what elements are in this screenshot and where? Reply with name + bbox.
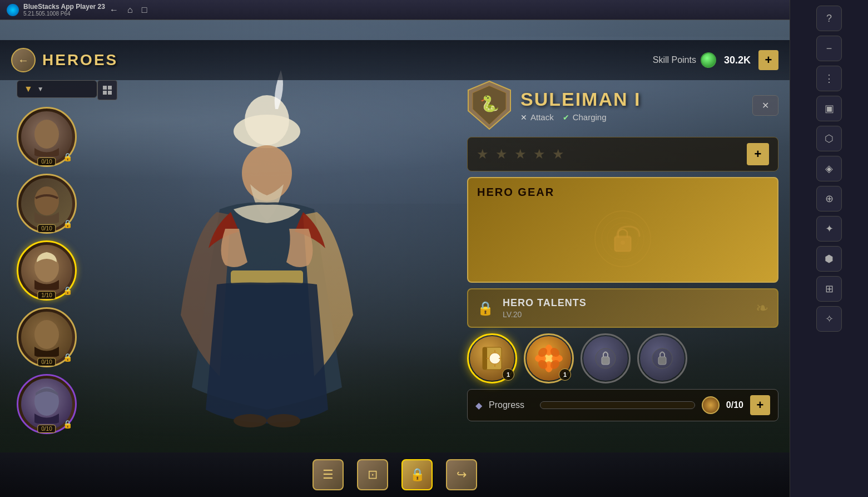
charging-icon: ✔ — [563, 113, 569, 122]
gear-decoration-svg — [584, 205, 662, 272]
hero-item-2[interactable]: 🔒 0/10 — [17, 174, 77, 234]
filter-icon: ▼ — [24, 84, 33, 94]
skill-gem-icon — [701, 52, 716, 68]
hero-item-4[interactable]: 🔒 0/10 — [17, 307, 77, 367]
star-4: ★ — [533, 146, 545, 162]
hero-gear-title: HERO GEAR — [477, 186, 768, 199]
tag-attack: ✕ Attack — [520, 112, 554, 122]
svg-point-21 — [621, 240, 625, 245]
svg-text:🐍: 🐍 — [480, 95, 499, 113]
feather-icon-svg — [592, 345, 619, 372]
hero-share-button[interactable]: ✕ — [752, 95, 778, 116]
add-skill-button[interactable]: + — [758, 50, 778, 70]
sidebar-btn-grid2[interactable]: ⋮ — [816, 66, 842, 91]
sidebar-btn-star[interactable]: ✦ — [816, 216, 842, 242]
sidebar-btn-question[interactable]: ? — [816, 6, 842, 31]
list-icon: ☰ — [323, 468, 334, 482]
header-bar: ← HEROES Skill Points 30.2K + — [0, 40, 790, 80]
nav-home[interactable]: ⌂ — [127, 5, 133, 15]
talent-lock-icon: 🔒 — [477, 301, 494, 316]
hero-detail-panel: 🐍 SULEIMAN I ✕ Attack ✔ Charging ✕ — [467, 80, 778, 421]
sidebar-btn-hex[interactable]: ⬡ — [816, 126, 842, 151]
svg-rect-37 — [658, 357, 666, 365]
hero-item-1[interactable]: 🔒 0/10 — [17, 107, 77, 167]
skill-icon-4[interactable] — [637, 333, 687, 383]
hero-name-section: 🐍 SULEIMAN I ✕ Attack ✔ Charging ✕ — [467, 80, 778, 130]
star-rating-section: ★ ★ ★ ★ ★ + — [467, 137, 778, 171]
page-title: HEROES — [42, 51, 118, 69]
back-icon: ← — [18, 54, 29, 67]
progress-bar-container — [540, 401, 695, 409]
lock-icon-3: 🔒 — [63, 286, 72, 295]
progress-count: 0/10 — [726, 400, 743, 410]
sidebar-grid-icon[interactable] — [97, 80, 117, 100]
sidebar-btn-rect[interactable]: ▣ — [816, 96, 842, 121]
sidebar-btn-grid3[interactable]: ⊞ — [816, 276, 842, 302]
skill-icons-row: 1 1 — [467, 333, 778, 383]
hero-character-art — [108, 65, 431, 482]
nav-grid[interactable]: □ — [142, 5, 147, 15]
grid-icon — [102, 85, 112, 95]
back-button[interactable]: ← — [11, 48, 36, 72]
arrow-icon: ↪ — [457, 468, 467, 482]
sidebar-btn-plus-circle[interactable]: ⊕ — [816, 186, 842, 211]
hero-talents-section[interactable]: 🔒 HERO TALENTS LV.20 ❧ — [467, 288, 778, 328]
svg-rect-14 — [108, 91, 112, 95]
sidebar-btn-hex2[interactable]: ⬢ — [816, 246, 842, 272]
skill-count-1: 1 — [502, 368, 514, 381]
add-star-button[interactable]: + — [747, 143, 769, 165]
progress-add-button[interactable]: + — [750, 395, 770, 415]
title-bar-left: BlueStacks App Player 23 5.21.505.1008 P… — [7, 3, 147, 17]
attack-label: Attack — [530, 112, 554, 122]
bottom-target-button[interactable]: ⊡ — [357, 459, 388, 490]
svg-point-6 — [34, 120, 59, 149]
star-5: ★ — [552, 146, 564, 162]
svg-point-1 — [245, 95, 289, 145]
bluestacks-logo — [7, 4, 19, 16]
target-icon: ⊡ — [368, 468, 378, 482]
svg-rect-35 — [602, 357, 609, 365]
lock-icon-2: 🔒 — [63, 219, 72, 228]
talent-deco: ❧ — [756, 299, 768, 317]
skill-icon-3[interactable] — [581, 333, 631, 383]
title-bar: BlueStacks App Player 23 5.21.505.1008 P… — [0, 0, 868, 20]
game-background: ← HEROES Skill Points 30.2K + ▼ ▼ — [0, 20, 790, 497]
progress-coin-icon — [702, 396, 720, 414]
hero-progress-3: 1/10 — [37, 291, 56, 299]
talent-info: HERO TALENTS LV.20 — [503, 297, 747, 319]
lock-icon-1: 🔒 — [63, 152, 72, 161]
hero-sidebar: ▼ ▼ 🔒 0/10 — [17, 80, 97, 434]
book-icon-svg — [478, 345, 506, 372]
skill-points-label: Skill Points — [653, 55, 696, 65]
skill-icon-2[interactable]: 1 — [524, 333, 574, 383]
skill-icon-4-art — [640, 336, 685, 381]
svg-rect-23 — [483, 347, 487, 370]
talent-level: LV.20 — [503, 310, 747, 319]
sidebar-btn-sparkle[interactable]: ✧ — [816, 306, 842, 332]
title-nav: ← ⌂ □ — [110, 5, 147, 15]
hero-progress-4: 0/10 — [37, 358, 56, 366]
skill-icon-1[interactable]: 1 — [467, 333, 517, 383]
svg-point-9 — [34, 320, 59, 349]
svg-point-2 — [242, 145, 292, 201]
hero-gear-section[interactable]: HERO GEAR — [467, 177, 778, 283]
shield-svg: 🐍 — [467, 80, 512, 130]
sidebar-btn-minus[interactable]: − — [816, 36, 842, 61]
hero-item-5[interactable]: 🔒 0/10 — [17, 374, 77, 434]
bottom-arrow-button[interactable]: ↪ — [446, 459, 477, 490]
bottom-list-button[interactable]: ☰ — [313, 459, 344, 490]
svg-rect-11 — [103, 86, 107, 90]
hero-item-3[interactable]: 🔒 1/10 — [17, 240, 77, 301]
talent-title: HERO TALENTS — [503, 297, 747, 309]
bottom-action-bar: ☰ ⊡ 🔒 ↪ — [0, 452, 790, 497]
stars-container: ★ ★ ★ ★ ★ — [477, 146, 747, 162]
svg-rect-3 — [231, 270, 303, 284]
progress-diamond-icon: ◆ — [475, 400, 482, 411]
bottom-lock-button[interactable]: 🔒 — [401, 459, 433, 490]
filter-bar[interactable]: ▼ ▼ — [17, 80, 97, 98]
nav-back[interactable]: ← — [110, 5, 118, 15]
svg-point-7 — [34, 186, 59, 215]
attack-icon: ✕ — [520, 113, 527, 122]
share-icon: ✕ — [762, 100, 769, 111]
sidebar-btn-diamond[interactable]: ◈ — [816, 156, 842, 181]
